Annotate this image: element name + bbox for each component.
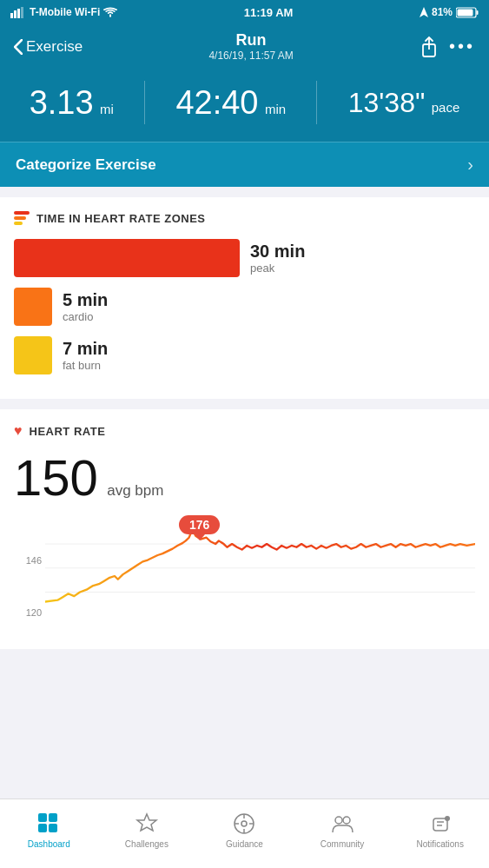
- tab-guidance[interactable]: Guidance: [195, 812, 294, 849]
- header: Exercise Run 4/16/19, 11:57 AM •••: [0, 24, 489, 72]
- svg-rect-6: [476, 10, 478, 15]
- zone-cardio-name: cardio: [63, 310, 108, 323]
- categorize-chevron: ›: [467, 155, 473, 175]
- y-label-120: 120: [26, 607, 42, 618]
- svg-rect-14: [49, 813, 57, 822]
- zone-cardio-bar: [14, 288, 52, 326]
- location-icon: [420, 7, 428, 17]
- tab-dashboard-label: Dashboard: [28, 839, 70, 849]
- svg-rect-0: [10, 13, 13, 18]
- guidance-icon: [232, 812, 256, 836]
- svg-rect-2: [17, 9, 20, 18]
- zone-fatburn-time: 7 min: [63, 339, 108, 359]
- zone-peak-bar: [14, 239, 240, 277]
- chart-tooltip: 176: [179, 515, 220, 540]
- tab-community[interactable]: Community: [294, 812, 392, 849]
- notifications-icon: [428, 812, 453, 836]
- svg-rect-3: [21, 7, 23, 18]
- zone-cardio-row: 5 min cardio: [14, 288, 475, 326]
- stats-row: 3.13 mi 42:40 min 13'38" pace: [0, 72, 489, 142]
- zones-header: TIME IN HEART RATE ZONES: [14, 211, 475, 225]
- heart-rate-title: HEART RATE: [30, 425, 106, 438]
- stat-divider-1: [144, 81, 145, 124]
- zone-fatburn-info: 7 min fat burn: [63, 339, 108, 372]
- tab-notifications[interactable]: Notifications: [391, 812, 489, 849]
- distance-value: 3.13: [30, 84, 94, 121]
- zone-peak-name: peak: [250, 262, 305, 275]
- zone-fatburn-name: fat burn: [63, 359, 108, 372]
- tab-notifications-label: Notifications: [416, 839, 463, 849]
- wifi-icon: [103, 7, 117, 17]
- run-date: 4/16/19, 11:57 AM: [208, 50, 293, 62]
- svg-point-25: [343, 817, 350, 824]
- main-content: TIME IN HEART RATE ZONES 30 min peak 5 m…: [0, 197, 489, 722]
- community-icon: [330, 812, 354, 836]
- zones-icon: [14, 211, 30, 225]
- zone-fatburn-row: 7 min fat burn: [14, 336, 475, 374]
- zones-section: TIME IN HEART RATE ZONES 30 min peak 5 m…: [0, 197, 489, 399]
- zone-cardio-info: 5 min cardio: [63, 290, 108, 323]
- distance-unit: mi: [100, 102, 114, 116]
- heart-rate-section: ♥ HEART RATE 150 avg bpm 146 120: [0, 409, 489, 649]
- tab-dashboard[interactable]: Dashboard: [0, 812, 98, 849]
- categorize-label: Categorize Exercise: [16, 156, 156, 174]
- heart-icon: ♥: [14, 423, 23, 439]
- pace-value: 13'38": [348, 87, 426, 118]
- svg-rect-1: [14, 10, 17, 18]
- avg-bpm-row: 150 avg bpm: [14, 453, 475, 503]
- svg-rect-15: [38, 824, 47, 832]
- zone-peak-time: 30 min: [250, 242, 305, 262]
- zone-fatburn-bar: [14, 336, 52, 374]
- challenges-icon: [135, 812, 159, 836]
- back-button[interactable]: Exercise: [14, 38, 83, 56]
- avg-bpm-value: 150: [14, 449, 98, 506]
- tab-challenges[interactable]: Challenges: [98, 812, 196, 849]
- svg-marker-17: [137, 814, 156, 831]
- status-bar: T-Mobile Wi-Fi 11:19 AM 81%: [0, 0, 489, 24]
- more-options[interactable]: •••: [449, 36, 475, 56]
- pace-unit: pace: [432, 100, 460, 115]
- svg-rect-13: [38, 813, 47, 822]
- svg-rect-16: [49, 824, 57, 832]
- run-title: Run: [208, 31, 293, 50]
- stat-divider-2: [316, 81, 317, 124]
- tooltip-value: 176: [179, 515, 220, 534]
- chart-y-labels: 146 120: [14, 514, 45, 618]
- zone-peak-info: 30 min peak: [250, 242, 305, 275]
- svg-rect-7: [457, 9, 472, 16]
- tooltip-arrow: [195, 534, 205, 540]
- svg-rect-26: [433, 818, 447, 831]
- status-carrier: T-Mobile Wi-Fi: [10, 6, 117, 18]
- battery-icon: [456, 7, 479, 18]
- heart-rate-chart: 146 120: [14, 514, 475, 635]
- tab-challenges-label: Challenges: [125, 839, 169, 849]
- chart-svg: [45, 514, 475, 618]
- header-actions: •••: [420, 36, 475, 58]
- zones-title: TIME IN HEART RATE ZONES: [36, 212, 205, 225]
- header-center: Run 4/16/19, 11:57 AM: [208, 31, 293, 62]
- svg-point-29: [445, 816, 450, 821]
- categorize-banner[interactable]: Categorize Exercise ›: [0, 142, 489, 187]
- duration-value: 42:40: [175, 84, 258, 121]
- duration-unit: min: [265, 102, 286, 116]
- svg-point-24: [335, 817, 342, 824]
- zone-cardio-time: 5 min: [63, 290, 108, 310]
- zone-peak-row: 30 min peak: [14, 239, 475, 277]
- heart-rate-header: ♥ HEART RATE: [14, 423, 475, 439]
- status-battery-area: 81%: [420, 6, 479, 18]
- svg-marker-4: [420, 7, 428, 17]
- tab-guidance-label: Guidance: [226, 839, 263, 849]
- tab-community-label: Community: [320, 839, 365, 849]
- back-chevron-icon: [14, 39, 23, 55]
- dashboard-icon: [36, 812, 61, 836]
- duration-stat: 42:40 min: [175, 86, 286, 119]
- share-icon[interactable]: [420, 36, 439, 58]
- y-label-146: 146: [26, 555, 42, 566]
- signal-icon: [10, 6, 26, 18]
- svg-point-19: [241, 821, 247, 826]
- tab-bar: Dashboard Challenges Guidance: [0, 798, 489, 868]
- status-time: 11:19 AM: [244, 6, 294, 19]
- distance-stat: 3.13 mi: [30, 86, 114, 119]
- pace-stat: 13'38" pace: [348, 89, 460, 116]
- avg-bpm-label: avg bpm: [107, 482, 163, 499]
